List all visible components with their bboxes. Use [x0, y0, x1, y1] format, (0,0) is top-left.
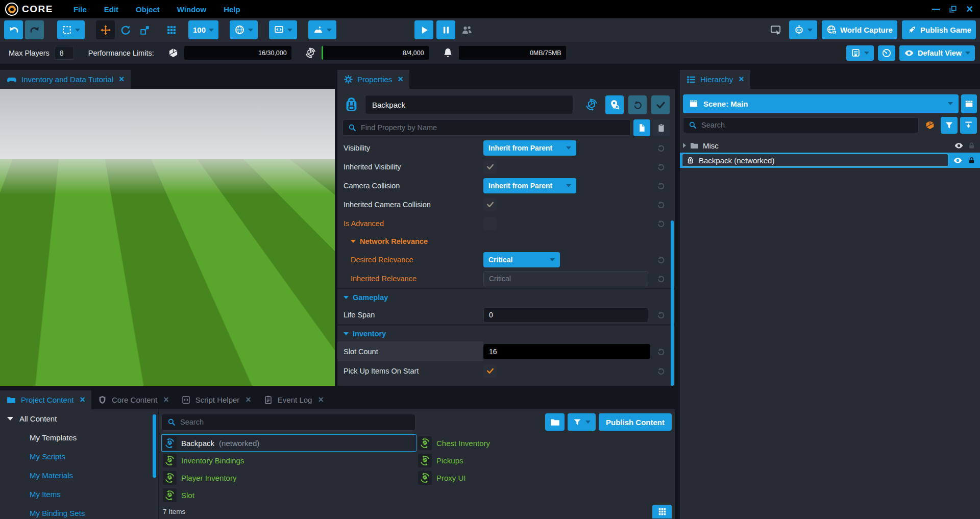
menu-file[interactable]: File [74, 5, 87, 14]
inherited-camera-collision-checkbox[interactable] [483, 198, 497, 211]
scrollbar[interactable] [153, 414, 156, 478]
scrollbar[interactable] [671, 220, 674, 386]
visibility-eye-icon[interactable] [954, 141, 964, 151]
performance-gauge-button[interactable] [878, 45, 895, 61]
close-icon[interactable] [246, 394, 251, 405]
publish-game-button[interactable]: Publish Game [902, 20, 976, 39]
close-icon[interactable] [398, 74, 403, 85]
reset-icon[interactable] [656, 181, 666, 190]
pick-up-items-checkbox[interactable] [483, 364, 497, 378]
rotate-tool-button[interactable] [117, 20, 134, 39]
content-filter-dropdown[interactable] [568, 413, 596, 431]
hierarchy-search-input[interactable] [701, 121, 914, 129]
play-button[interactable] [414, 20, 433, 39]
close-icon[interactable] [318, 394, 324, 405]
object-name-input[interactable] [365, 95, 573, 114]
life-span-input[interactable] [489, 311, 648, 319]
close-icon[interactable] [80, 394, 85, 405]
scene-selector-dropdown[interactable]: Scene: Main [683, 94, 959, 113]
snap-size-dropdown[interactable]: 100 [188, 20, 218, 39]
save-dropdown[interactable] [846, 45, 874, 61]
tab-event-log[interactable]: Event Log [257, 390, 330, 409]
tab-scene-viewport[interactable]: Inventory and Data Tutorial [0, 70, 131, 89]
inherited-visibility-checkbox[interactable] [483, 160, 497, 174]
chevron-right-icon[interactable] [683, 143, 686, 148]
copy-properties-button[interactable] [633, 119, 650, 136]
slot-count-input[interactable] [489, 348, 650, 356]
tab-core-content[interactable]: Core Content [91, 390, 175, 409]
reset-icon[interactable] [656, 200, 666, 209]
sidebar-item-my-templates[interactable]: My Templates [0, 428, 158, 447]
screen-mode-dropdown[interactable] [269, 20, 297, 39]
selection-mode-dropdown[interactable] [57, 20, 85, 39]
filter-button[interactable] [941, 117, 958, 134]
find-property-input[interactable] [361, 123, 626, 132]
content-item-chest-inventory[interactable]: Chest Inventory [416, 434, 672, 452]
reset-icon[interactable] [656, 366, 666, 376]
sidebar-item-my-binding-sets[interactable]: My Binding Sets [0, 504, 158, 519]
grid-view-button[interactable] [652, 505, 672, 518]
content-item-player-inventory[interactable]: Player Inventory [161, 469, 416, 486]
menu-edit[interactable]: Edit [104, 5, 118, 14]
reset-icon[interactable] [656, 219, 666, 228]
content-search-input[interactable] [180, 418, 410, 426]
assistant-dropdown[interactable] [789, 20, 817, 39]
view-mode-dropdown[interactable]: Default View [899, 45, 975, 61]
content-item-inventory-bindings[interactable]: Inventory Bindings [161, 452, 416, 469]
undo-button[interactable] [4, 20, 23, 39]
reset-icon[interactable] [656, 143, 666, 153]
desired-relevance-dropdown[interactable]: Critical [483, 252, 560, 267]
lock-icon[interactable] [967, 141, 976, 150]
multiplayer-preview-button[interactable] [458, 20, 476, 39]
reset-icon[interactable] [656, 162, 666, 171]
transform-gizmo[interactable] [153, 210, 197, 254]
menu-window[interactable]: Window [177, 5, 206, 14]
close-icon[interactable] [163, 394, 169, 405]
sidebar-item-my-items[interactable]: My Items [0, 485, 158, 504]
paste-properties-button[interactable] [653, 119, 670, 136]
new-window-button[interactable] [767, 20, 785, 39]
content-item-slot[interactable]: Slot [161, 486, 416, 504]
restore-button[interactable] [949, 5, 957, 13]
section-gameplay[interactable]: Gameplay [337, 288, 675, 305]
tree-node-misc[interactable]: Misc [680, 138, 980, 153]
publish-content-button[interactable]: Publish Content [599, 413, 672, 431]
networked-state-button[interactable] [582, 95, 601, 114]
max-players-input[interactable] [55, 46, 74, 60]
world-settings-dropdown[interactable] [230, 20, 258, 39]
new-folder-button[interactable] [545, 413, 565, 431]
revert-button[interactable] [628, 95, 647, 114]
visibility-eye-icon[interactable] [953, 156, 963, 165]
find-in-scene-button[interactable] [605, 95, 624, 114]
tree-node-backpack[interactable]: Backpack (networked) [680, 153, 980, 168]
grid-snap-button[interactable] [163, 20, 180, 39]
pause-button[interactable] [436, 20, 455, 39]
scene-viewport[interactable] [0, 89, 335, 386]
sidebar-item-my-materials[interactable]: My Materials [0, 466, 158, 485]
menu-object[interactable]: Object [136, 5, 160, 14]
world-capture-button[interactable]: World Capture [822, 20, 897, 39]
section-network-relevance[interactable]: Network Relevance [337, 233, 675, 250]
tab-hierarchy[interactable]: Hierarchy [680, 70, 750, 89]
visibility-dropdown[interactable]: Inherit from Parent [483, 140, 576, 156]
close-button[interactable] [966, 5, 973, 14]
reset-icon[interactable] [656, 255, 666, 264]
redo-button[interactable] [25, 20, 44, 39]
section-inventory[interactable]: Inventory [337, 324, 675, 341]
move-tool-button[interactable] [96, 20, 115, 39]
content-item-backpack[interactable]: Backpack (networked) [161, 434, 416, 452]
collapse-all-button[interactable] [960, 117, 977, 134]
lock-icon[interactable] [967, 156, 976, 165]
content-item-pickups[interactable]: Pickups [416, 452, 672, 469]
is-advanced-checkbox[interactable] [483, 217, 497, 230]
content-item-proxy-ui[interactable]: Proxy UI [416, 469, 672, 486]
menu-help[interactable]: Help [224, 5, 240, 14]
tab-properties[interactable]: Properties [337, 70, 409, 89]
reset-icon[interactable] [656, 310, 666, 319]
scale-tool-button[interactable] [136, 20, 154, 39]
camera-collision-dropdown[interactable]: Inherit from Parent [483, 178, 576, 193]
minimize-button[interactable] [932, 9, 940, 10]
close-icon[interactable] [119, 74, 125, 85]
sidebar-item-all-content[interactable]: All Content [0, 409, 158, 428]
sidebar-item-my-scripts[interactable]: My Scripts [0, 447, 158, 466]
